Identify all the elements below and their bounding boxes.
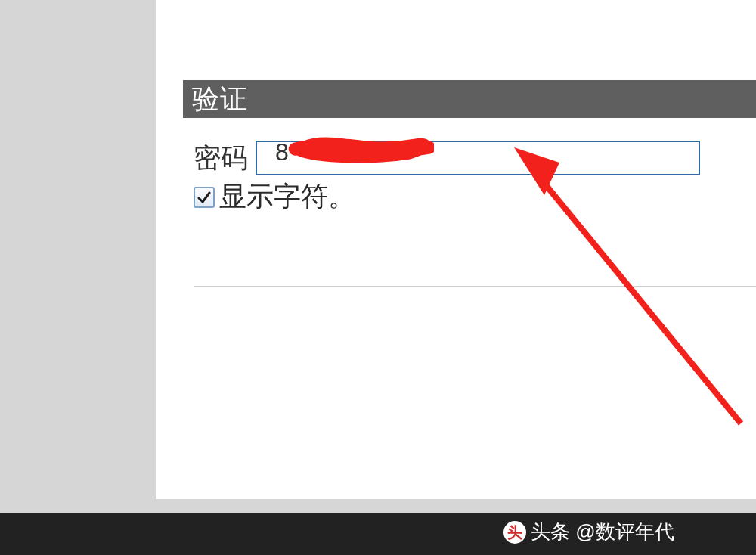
watermark-logo-glyph: 头 (507, 525, 522, 540)
show-characters-row: 显示字符。 (194, 178, 355, 215)
password-input[interactable] (256, 141, 700, 175)
content-panel: 验证 密码 8 显示字符。 (183, 0, 756, 499)
checkmark-icon (197, 190, 212, 205)
section-header-authentication: 验证 (183, 80, 756, 118)
show-characters-label: 显示字符。 (219, 178, 355, 215)
divider (194, 286, 756, 287)
watermark-text: 头条 @数评年代 (531, 519, 674, 545)
watermark-logo-icon: 头 (503, 521, 526, 544)
sidebar-rail (0, 0, 156, 499)
gutter (156, 0, 183, 499)
password-row: 密码 (194, 138, 756, 178)
show-characters-checkbox[interactable] (194, 187, 215, 208)
footer-light-band (0, 499, 756, 513)
password-label: 密码 (194, 140, 248, 177)
watermark: 头 头条 @数评年代 (503, 519, 674, 545)
